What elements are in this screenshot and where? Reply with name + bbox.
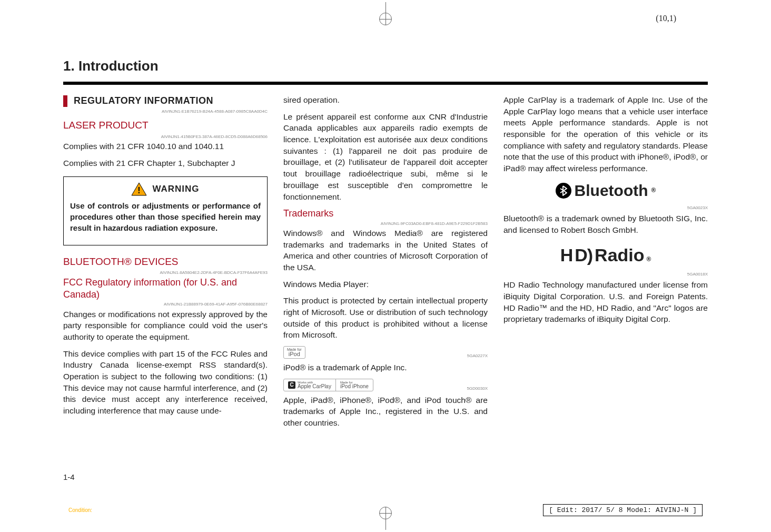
- body-text: This device complies with part 15 of the…: [63, 348, 268, 417]
- badge-main-text: Apple CarPlay: [298, 384, 331, 389]
- trademarks-heading: Trademarks: [283, 208, 488, 220]
- edit-stamp: [ Edit: 2017/ 5/ 8 Model: AIVINJ-N ]: [543, 504, 703, 516]
- image-code: 5GA0018X: [503, 271, 708, 277]
- hd-logo-d: D): [575, 243, 592, 268]
- bluetooth-icon: [556, 183, 571, 199]
- image-code: 5GD0030X: [467, 386, 488, 391]
- doc-code: AIVINJN1-E1B76219-B24A-4588-A087-0985C8A…: [63, 109, 268, 114]
- body-text: Apple CarPlay is a trademark of Apple In…: [503, 94, 708, 174]
- body-text: Changes or modifications not expressly a…: [63, 309, 268, 343]
- bluetooth-logo: Bluetooth®: [556, 180, 656, 202]
- column-3: Apple CarPlay is a trademark of Apple In…: [503, 94, 708, 434]
- body-text: Complies with 21 CFR Chapter 1, Subchapt…: [63, 157, 268, 169]
- page-number: 1-4: [63, 472, 75, 481]
- body-text: Windows® and Windows Media® are register…: [283, 228, 488, 273]
- badge-main-text: iPod iPhone: [340, 384, 369, 389]
- hd-logo-radio: Radio: [595, 243, 644, 268]
- warning-box: ! WARNING Use of controls or adjustments…: [63, 176, 268, 245]
- body-text: Bluetooth® is a trademark owned by Bluet…: [503, 213, 708, 235]
- regulatory-header-text: REGULATORY INFORMATION: [74, 94, 213, 107]
- carplay-ipod-combo-badge: C Works with Apple CarPlay Made for iPod…: [283, 379, 373, 391]
- header-accent-bar: [63, 95, 67, 107]
- badge-main-text: iPod: [289, 351, 300, 357]
- doc-code: AIVINJN1-21B88979-0E69-41AF-A95F-076B80E…: [63, 301, 268, 307]
- body-text: sired operation.: [283, 94, 488, 106]
- body-text: Le présent appareil est conforme aux CNR…: [283, 111, 488, 203]
- ipod-badge-row: Made for iPod 5GA0227X: [283, 346, 488, 359]
- warning-label: WARNING: [152, 183, 199, 195]
- body-text: Windows Media Player:: [283, 279, 488, 290]
- hd-radio-logo: HD) Radio®: [560, 243, 651, 268]
- doc-code: AIVINJN1-8A5804E2-2DFA-4F0E-BDCA-F37F6A4…: [63, 270, 268, 275]
- bluetooth-wordmark: Bluetooth: [575, 180, 648, 202]
- hd-logo-h: H: [560, 243, 573, 268]
- laser-product-heading: LASER PRODUCT: [63, 119, 268, 133]
- crop-mark-bottom: [379, 507, 392, 530]
- image-code: 5GA0227X: [467, 353, 488, 359]
- carplay-icon: C: [288, 381, 295, 389]
- hd-radio-logo-row: HD) Radio®: [503, 243, 708, 268]
- crop-mark-top: [379, 2, 392, 25]
- bluetooth-devices-heading: BLUETOOTH® DEVICES: [63, 255, 268, 269]
- image-code: 5GA0023X: [503, 205, 708, 211]
- title-rule: [63, 82, 708, 85]
- body-text: This product is protected by certain int…: [283, 295, 488, 341]
- body-text: HD Radio Technology manufactured under l…: [503, 279, 708, 325]
- carplay-ipod-badge-row: C Works with Apple CarPlay Made for iPod…: [283, 379, 488, 391]
- warning-body: Use of controls or adjustments or perfor…: [70, 200, 261, 233]
- body-text: Apple, iPad®, iPhone®, iPod®, and iPod t…: [283, 395, 488, 429]
- svg-text:!: !: [138, 186, 141, 195]
- body-text: iPod® is a trademark of Apple Inc.: [283, 362, 488, 373]
- bluetooth-logo-row: Bluetooth®: [503, 180, 708, 202]
- chapter-title: 1. Introduction: [63, 58, 708, 74]
- warning-icon: !: [131, 182, 147, 196]
- registered-mark: ®: [651, 186, 656, 195]
- doc-code: AIVINJN1-415B0FE3-387A-46ED-8CD5-D088A6D…: [63, 134, 268, 140]
- doc-code: AIVINJN1-9FC03AD0-EBF8-481D-A9E5-F229D1F…: [283, 221, 488, 226]
- made-for-ipod-badge: Made for iPod: [283, 346, 305, 359]
- sheet-coordinate: (10,1): [656, 14, 676, 23]
- body-text: Complies with 21 CFR 1040.10 and 1040.11: [63, 141, 268, 152]
- fcc-heading: FCC Regulatory information (for U.S. and…: [63, 277, 268, 300]
- column-2: sired operation. Le présent appareil est…: [283, 94, 488, 434]
- condition-label: Condition:: [68, 507, 92, 513]
- regulatory-header: REGULATORY INFORMATION: [63, 94, 268, 107]
- column-1: REGULATORY INFORMATION AIVINJN1-E1B76219…: [63, 94, 268, 434]
- registered-mark: ®: [647, 255, 651, 264]
